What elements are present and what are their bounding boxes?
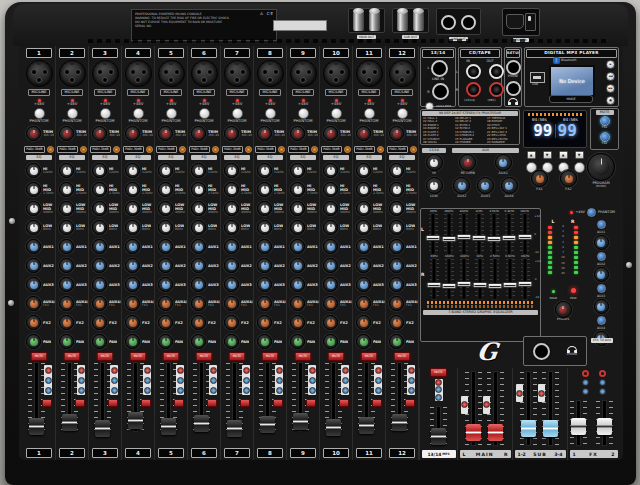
channel-aux3-knob[interactable] (59, 277, 74, 292)
channel-aux2-knob[interactable] (191, 258, 206, 273)
geq-slider-handle[interactable] (441, 236, 456, 242)
aux4-master-knob[interactable] (501, 177, 518, 194)
channel-aux2-knob[interactable] (290, 258, 305, 273)
channel-fader-handle[interactable] (95, 420, 110, 437)
channel-hi-knob[interactable] (257, 163, 272, 178)
xlr-combo-jack[interactable] (158, 60, 185, 87)
channel-aux1-knob[interactable] (290, 239, 305, 254)
stereo-fader-handle[interactable] (431, 428, 446, 445)
channel-fader-handle[interactable] (194, 415, 209, 432)
route-buttons[interactable] (143, 365, 151, 395)
pad-button[interactable]: PAD/-30dB (189, 146, 209, 153)
channel-aux4-knob[interactable] (26, 296, 41, 311)
xlr-combo-jack[interactable] (257, 60, 284, 87)
route-buttons[interactable] (407, 365, 415, 395)
cd-tape-in-right-rca[interactable] (466, 82, 481, 97)
channel-low-knob[interactable] (224, 220, 239, 235)
channel-himid-knob[interactable] (356, 182, 371, 197)
geq-slider-handle[interactable] (457, 281, 472, 287)
channel-aux2-knob[interactable] (224, 258, 239, 273)
stereo-low-knob[interactable] (426, 177, 443, 194)
channel-lowmid-knob[interactable] (92, 201, 107, 216)
channel-mute-button[interactable]: MUTE (97, 352, 114, 361)
channel-aux3-knob[interactable] (125, 277, 140, 292)
channel-aux3-knob[interactable] (290, 277, 305, 292)
xlr-combo-jack[interactable] (356, 60, 383, 87)
cd-tape-in-left-rca[interactable] (466, 64, 481, 79)
pad-button[interactable]: PAD/-30dB (156, 146, 176, 153)
channel-hi-knob[interactable] (323, 163, 338, 178)
aux-send-pre-button[interactable] (597, 252, 606, 261)
trim-knob[interactable] (92, 126, 107, 141)
channel-hi-knob[interactable] (125, 163, 140, 178)
mp3-transport-button[interactable]: ▶ (606, 60, 615, 69)
aux-send-pre-button[interactable] (597, 220, 606, 229)
pad-button[interactable]: PAD/-30dB (288, 146, 308, 153)
channel-lowmid-knob[interactable] (59, 201, 74, 216)
channel-lowmid-knob[interactable] (356, 201, 371, 216)
channel-low-knob[interactable] (257, 220, 272, 235)
fx-arrow-button[interactable]: ▲ (527, 151, 536, 159)
channel-fx2-knob[interactable] (356, 315, 371, 330)
aux-send-knob[interactable] (594, 235, 609, 250)
channel-aux3-knob[interactable] (323, 277, 338, 292)
xlr-output-connector[interactable] (397, 11, 408, 31)
channel-lowmid-knob[interactable] (290, 201, 305, 216)
channel-pan-knob[interactable] (257, 334, 272, 349)
power-switch[interactable] (525, 13, 536, 31)
route-buttons[interactable] (209, 365, 217, 395)
sub-pfl-plate[interactable] (538, 384, 545, 402)
mp3-mode-switch[interactable]: MODE (549, 95, 593, 103)
channel-pan-knob[interactable] (92, 334, 107, 349)
channel-aux1-knob[interactable] (356, 239, 371, 254)
channel-pan-knob[interactable] (323, 334, 338, 349)
main-left-fader-handle[interactable] (466, 424, 481, 441)
program-knob[interactable] (587, 153, 615, 181)
phones-jack[interactable] (533, 343, 550, 360)
channel-fader-handle[interactable] (392, 414, 407, 431)
channel-himid-knob[interactable] (323, 182, 338, 197)
channel-himid-knob[interactable] (92, 182, 107, 197)
channel-low-knob[interactable] (125, 220, 140, 235)
xlr-output-connector[interactable] (353, 11, 364, 31)
xlr-combo-jack[interactable] (224, 60, 251, 87)
trim-knob[interactable] (323, 126, 338, 141)
channel-pan-knob[interactable] (125, 334, 140, 349)
channel-low-knob[interactable] (356, 220, 371, 235)
line-output-jack[interactable] (441, 15, 456, 30)
channel-aux4-knob[interactable] (356, 296, 371, 311)
route-buttons[interactable] (275, 365, 283, 395)
route-buttons[interactable] (374, 365, 382, 395)
fx-arrow-button[interactable]: ▼ (543, 151, 552, 159)
channel-low-knob[interactable] (290, 220, 305, 235)
channel-pan-knob[interactable] (59, 334, 74, 349)
channel-fx2-knob[interactable] (323, 315, 338, 330)
channel-aux4-knob[interactable] (257, 296, 272, 311)
fx2-master-knob[interactable] (560, 170, 577, 187)
aux-send-pre-button[interactable] (597, 284, 606, 293)
main-right-fader-handle[interactable] (488, 424, 503, 441)
channel-pan-knob[interactable] (290, 334, 305, 349)
channel-fx2-knob[interactable] (59, 315, 74, 330)
line-in-left-jack[interactable] (431, 60, 448, 77)
channel-fader-handle[interactable] (227, 420, 242, 437)
geq-slider-handle[interactable] (442, 283, 457, 289)
channel-mute-button[interactable]: MUTE (196, 352, 213, 361)
trim-knob[interactable] (59, 126, 74, 141)
xlr-combo-jack[interactable] (389, 60, 416, 87)
trim-knob[interactable] (158, 126, 173, 141)
aux-send-knob[interactable] (594, 299, 609, 314)
pad-button[interactable]: PAD/-30dB (24, 146, 44, 153)
channel-low-knob[interactable] (323, 220, 338, 235)
route-buttons[interactable] (77, 365, 85, 395)
geq-slider-handle[interactable] (487, 236, 502, 242)
route-buttons[interactable] (341, 365, 349, 395)
fx-return-knob[interactable] (459, 154, 476, 171)
channel-himid-knob[interactable] (59, 182, 74, 197)
master-phantom-button[interactable] (587, 208, 596, 217)
trim-knob[interactable] (356, 126, 371, 141)
channel-hi-knob[interactable] (389, 163, 404, 178)
geq-slider-handle[interactable] (427, 282, 442, 288)
channel-hi-knob[interactable] (290, 163, 305, 178)
pad-button[interactable]: PAD/-30dB (354, 146, 374, 153)
